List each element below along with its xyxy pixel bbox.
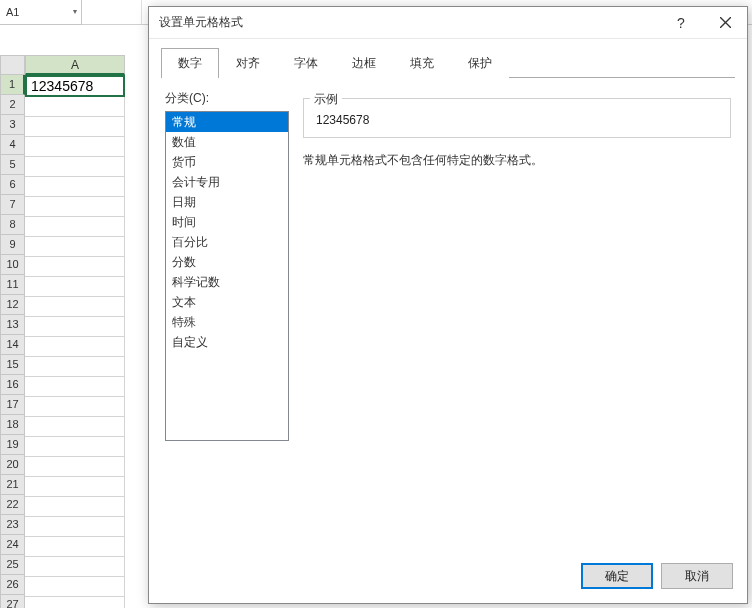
row-header[interactable]: 18 xyxy=(0,415,25,435)
row-header[interactable]: 1 xyxy=(0,75,25,95)
help-button[interactable]: ? xyxy=(659,7,703,39)
select-all-corner[interactable] xyxy=(0,55,25,75)
row-header[interactable]: 27 xyxy=(0,595,25,608)
cell-a1[interactable]: 12345678 xyxy=(25,75,125,97)
row-header[interactable]: 21 xyxy=(0,475,25,495)
category-item[interactable]: 货币 xyxy=(166,152,288,172)
formula-bar-gap xyxy=(82,0,142,24)
row-header[interactable]: 19 xyxy=(0,435,25,455)
ok-button[interactable]: 确定 xyxy=(581,563,653,589)
dialog-footer: 确定 取消 xyxy=(149,553,747,603)
row-header[interactable]: 7 xyxy=(0,195,25,215)
format-cells-dialog: 设置单元格格式 ? 数字 对齐 字体 边框 填充 保护 分类(C): 常规数值货… xyxy=(148,6,748,604)
dialog-title: 设置单元格格式 xyxy=(159,14,243,31)
category-item[interactable]: 数值 xyxy=(166,132,288,152)
cell-blank[interactable] xyxy=(25,317,125,337)
sample-value: 12345678 xyxy=(314,113,720,127)
category-label: 分类(C): xyxy=(165,90,289,107)
cell-blank[interactable] xyxy=(25,277,125,297)
row-header[interactable]: 2 xyxy=(0,95,25,115)
dialog-tabs: 数字 对齐 字体 边框 填充 保护 xyxy=(149,39,747,77)
cell-blank[interactable] xyxy=(25,297,125,317)
row-header[interactable]: 13 xyxy=(0,315,25,335)
row-header[interactable]: 5 xyxy=(0,155,25,175)
category-item[interactable]: 百分比 xyxy=(166,232,288,252)
row-header[interactable]: 6 xyxy=(0,175,25,195)
row-header[interactable]: 16 xyxy=(0,375,25,395)
category-item[interactable]: 科学记数 xyxy=(166,272,288,292)
cell-blank[interactable] xyxy=(25,437,125,457)
cell-blank[interactable] xyxy=(25,237,125,257)
tab-font[interactable]: 字体 xyxy=(277,48,335,78)
row-header[interactable]: 23 xyxy=(0,515,25,535)
cell-blank[interactable] xyxy=(25,377,125,397)
cell-blank[interactable] xyxy=(25,357,125,377)
category-item[interactable]: 特殊 xyxy=(166,312,288,332)
name-box[interactable]: A1 ▾ xyxy=(0,0,82,25)
category-item[interactable]: 常规 xyxy=(166,112,288,132)
column-header-a[interactable]: A xyxy=(25,55,125,75)
category-item[interactable]: 会计专用 xyxy=(166,172,288,192)
cell-blank[interactable] xyxy=(25,157,125,177)
category-listbox[interactable]: 常规数值货币会计专用日期时间百分比分数科学记数文本特殊自定义 xyxy=(165,111,289,441)
cell-blank[interactable] xyxy=(25,517,125,537)
category-item[interactable]: 时间 xyxy=(166,212,288,232)
row-header[interactable]: 10 xyxy=(0,255,25,275)
sample-legend: 示例 xyxy=(310,91,342,108)
close-icon xyxy=(720,17,731,28)
cell-blank[interactable] xyxy=(25,177,125,197)
tab-fill[interactable]: 填充 xyxy=(393,48,451,78)
row-header[interactable]: 4 xyxy=(0,135,25,155)
sample-group: 示例 12345678 xyxy=(303,98,731,138)
cell-blank[interactable] xyxy=(25,457,125,477)
chevron-down-icon[interactable]: ▾ xyxy=(73,7,77,16)
tab-align[interactable]: 对齐 xyxy=(219,48,277,78)
name-box-value: A1 xyxy=(6,6,19,18)
row-header[interactable]: 8 xyxy=(0,215,25,235)
cell-blank[interactable] xyxy=(25,497,125,517)
cell-blank[interactable] xyxy=(25,257,125,277)
dialog-titlebar[interactable]: 设置单元格格式 ? xyxy=(149,7,747,39)
category-item[interactable]: 自定义 xyxy=(166,332,288,352)
tab-number[interactable]: 数字 xyxy=(161,48,219,78)
row-header[interactable]: 15 xyxy=(0,355,25,375)
category-item[interactable]: 文本 xyxy=(166,292,288,312)
cell-blank[interactable] xyxy=(25,557,125,577)
cell-blank[interactable] xyxy=(25,337,125,357)
dialog-body: 分类(C): 常规数值货币会计专用日期时间百分比分数科学记数文本特殊自定义 示例… xyxy=(149,78,747,553)
category-panel: 分类(C): 常规数值货币会计专用日期时间百分比分数科学记数文本特殊自定义 xyxy=(165,90,289,545)
row-header[interactable]: 25 xyxy=(0,555,25,575)
cell-blank[interactable] xyxy=(25,117,125,137)
row-header[interactable]: 3 xyxy=(0,115,25,135)
row-header[interactable]: 20 xyxy=(0,455,25,475)
category-item[interactable]: 分数 xyxy=(166,252,288,272)
format-description: 常规单元格格式不包含任何特定的数字格式。 xyxy=(303,152,731,169)
cell-blank[interactable] xyxy=(25,97,125,117)
tab-protect[interactable]: 保护 xyxy=(451,48,509,78)
cells-area: 12345678 xyxy=(25,75,125,608)
row-header[interactable]: 11 xyxy=(0,275,25,295)
tab-border[interactable]: 边框 xyxy=(335,48,393,78)
cell-blank[interactable] xyxy=(25,477,125,497)
row-header[interactable]: 12 xyxy=(0,295,25,315)
cell-blank[interactable] xyxy=(25,577,125,597)
cancel-button[interactable]: 取消 xyxy=(661,563,733,589)
cell-blank[interactable] xyxy=(25,217,125,237)
cell-blank[interactable] xyxy=(25,397,125,417)
cell-blank[interactable] xyxy=(25,597,125,608)
row-header[interactable]: 24 xyxy=(0,535,25,555)
cell-blank[interactable] xyxy=(25,417,125,437)
cell-blank[interactable] xyxy=(25,537,125,557)
row-header[interactable]: 9 xyxy=(0,235,25,255)
close-button[interactable] xyxy=(703,7,747,39)
row-header[interactable]: 14 xyxy=(0,335,25,355)
cell-blank[interactable] xyxy=(25,197,125,217)
category-item[interactable]: 日期 xyxy=(166,192,288,212)
row-header[interactable]: 22 xyxy=(0,495,25,515)
row-header[interactable]: 26 xyxy=(0,575,25,595)
format-detail-panel: 示例 12345678 常规单元格格式不包含任何特定的数字格式。 xyxy=(303,90,731,545)
row-header[interactable]: 17 xyxy=(0,395,25,415)
cell-blank[interactable] xyxy=(25,137,125,157)
